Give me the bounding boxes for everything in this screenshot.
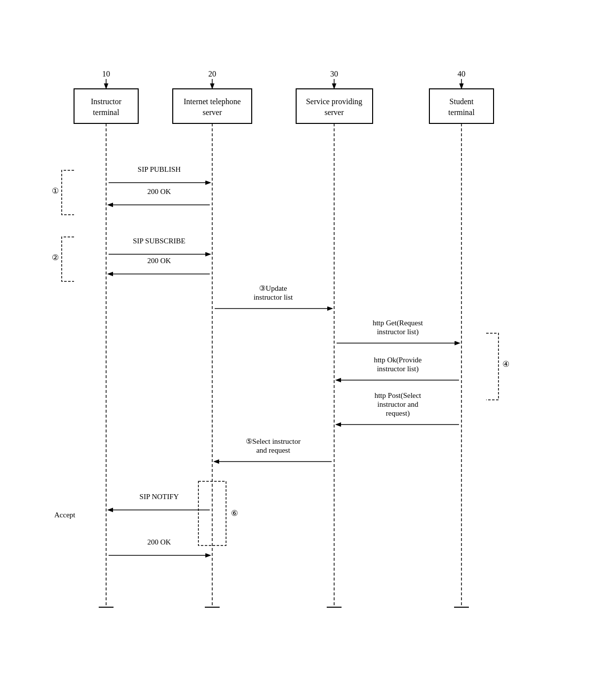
svg-text:Accept: Accept [54, 511, 76, 519]
svg-text:Student: Student [450, 97, 474, 106]
svg-text:④: ④ [502, 360, 509, 368]
svg-text:③Update: ③Update [259, 284, 287, 292]
svg-text:⑥: ⑥ [231, 509, 238, 517]
svg-text:http Ok(Provide: http Ok(Provide [374, 356, 421, 364]
diagram: InstructorterminalInternet telephoneserv… [35, 39, 577, 632]
svg-rect-51 [198, 481, 226, 545]
svg-text:server: server [324, 108, 344, 117]
svg-text:200 OK: 200 OK [148, 257, 171, 265]
svg-text:Instructor: Instructor [91, 97, 122, 106]
svg-text:200 OK: 200 OK [148, 538, 171, 546]
svg-text:⑤Select instructor: ⑤Select instructor [246, 437, 301, 445]
svg-text:request): request) [386, 409, 410, 418]
svg-text:http Get(Request: http Get(Request [373, 319, 423, 327]
svg-text:40: 40 [458, 70, 465, 78]
svg-text:Service providing: Service providing [306, 97, 362, 106]
svg-text:SIP SUBSCRIBE: SIP SUBSCRIBE [133, 237, 186, 245]
svg-text:Internet telephone: Internet telephone [184, 97, 241, 106]
svg-text:SIP NOTIFY: SIP NOTIFY [140, 493, 179, 501]
svg-rect-2 [296, 89, 373, 123]
svg-text:server: server [202, 108, 222, 117]
svg-text:terminal: terminal [448, 108, 475, 117]
svg-text:terminal: terminal [93, 108, 119, 117]
svg-rect-3 [429, 89, 494, 123]
page: InstructorterminalInternet telephoneserv… [0, 0, 612, 700]
svg-text:20: 20 [208, 70, 216, 78]
svg-text:①: ① [52, 187, 59, 195]
svg-rect-0 [74, 89, 138, 123]
svg-text:SIP PUBLISH: SIP PUBLISH [138, 165, 181, 173]
svg-text:http Post(Select: http Post(Select [375, 391, 421, 400]
svg-text:instructor list): instructor list) [377, 365, 419, 373]
fig-title [0, 0, 612, 39]
svg-text:10: 10 [102, 70, 110, 78]
svg-rect-1 [173, 89, 252, 123]
diagram-svg: InstructorterminalInternet telephoneserv… [35, 39, 577, 632]
svg-text:②: ② [52, 253, 59, 262]
svg-text:200 OK: 200 OK [148, 188, 171, 195]
svg-text:instructor list): instructor list) [377, 328, 419, 336]
svg-text:and request: and request [256, 446, 291, 454]
svg-text:30: 30 [330, 70, 338, 78]
svg-text:instructor list: instructor list [254, 293, 293, 301]
svg-text:instructor and: instructor and [378, 400, 419, 408]
